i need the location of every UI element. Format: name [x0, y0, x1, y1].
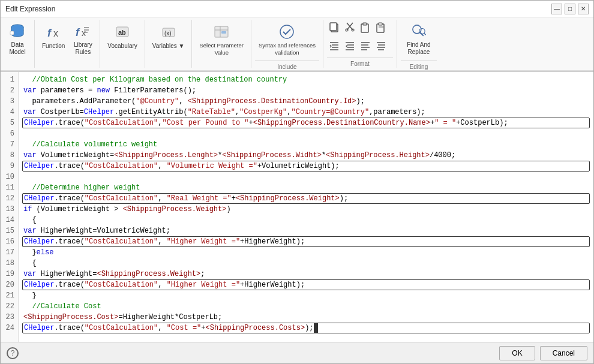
code-line [23, 128, 589, 139]
svg-text:x: x [53, 28, 58, 38]
include-group-label: Include [277, 62, 296, 71]
code-line: CHelper.trace("CostCalculation", "Cost =… [22, 323, 590, 333]
line-numbers: 123456789101112131415161718192021222324 [1, 72, 19, 342]
window-controls: — □ ✕ [551, 4, 589, 14]
editing-group-label: Editing [410, 62, 428, 71]
align-icon [359, 40, 371, 52]
syntax-icon [277, 22, 296, 41]
find-replace-button[interactable]: Find AndReplace [401, 20, 437, 58]
function-label: Function [42, 43, 65, 50]
cut-icon [344, 21, 356, 33]
align2-icon [375, 40, 387, 52]
bottom-buttons: OK Cancel [499, 346, 587, 360]
variables-label: Variables ▼ [152, 43, 185, 50]
select-parameter-label: Select ParameterValue [199, 42, 243, 56]
code-line: //Obtain Cost per Kilogram based on the … [23, 74, 589, 85]
title-bar: Edit Expression — □ ✕ [1, 1, 593, 17]
svg-point-17 [280, 25, 293, 38]
code-line: var CostperLb=CHelper.getEntityAttrib("R… [23, 107, 589, 118]
syntax-label: Syntax and referencesvalidation [259, 42, 316, 56]
toolbar-group-data-model: DataModel [1, 20, 35, 68]
code-line: parameters.AddParameter("@Country", <Shi… [23, 96, 589, 107]
svg-text:ab: ab [118, 29, 126, 36]
paste-button[interactable] [358, 20, 373, 37]
code-line: { [23, 215, 589, 225]
outdent-icon [344, 40, 356, 52]
editor-area: 123456789101112131415161718192021222324 … [1, 71, 593, 342]
svg-text:f: f [47, 27, 52, 39]
library-rules-icon: f x [73, 22, 92, 40]
code-line: CHelper.trace("CostCalculation", "Higher… [22, 236, 590, 247]
copy-icon [328, 21, 340, 33]
toolbar-group-function: f x Function f x [35, 20, 100, 68]
indent-icon [328, 40, 340, 52]
toolbar-group-format: Format [323, 20, 397, 68]
code-line [23, 172, 589, 182]
code-line: var parameters = new FilterParameters(); [23, 85, 589, 96]
outdent-button[interactable] [343, 38, 357, 55]
data-model-button[interactable]: DataModel [4, 20, 31, 58]
variables-button[interactable]: (x) Variables ▼ [149, 20, 188, 58]
vocabulary-button[interactable]: ab Vocabulary [104, 20, 140, 58]
vocabulary-label: Vocabulary [107, 43, 137, 50]
align-button[interactable] [358, 38, 373, 55]
maximize-button[interactable]: □ [565, 4, 575, 14]
svg-rect-27 [379, 23, 382, 25]
paste2-icon [375, 21, 387, 33]
database-icon [8, 22, 27, 40]
svg-rect-19 [330, 23, 337, 31]
close-button[interactable]: ✕ [578, 4, 589, 14]
find-replace-icon [407, 22, 431, 40]
ok-button[interactable]: OK [499, 346, 535, 360]
variables-icon: (x) [159, 22, 178, 41]
fx-icon: f x [44, 22, 63, 41]
code-line: CHelper.trace("CostCalculation", "Volume… [22, 161, 590, 172]
bottom-bar: ? OK Cancel [1, 342, 593, 363]
find-replace-label: Find AndReplace [407, 41, 430, 56]
copy-button[interactable] [327, 20, 341, 37]
select-parameter-button[interactable]: Select ParameterValue [196, 20, 247, 58]
code-editor[interactable]: //Obtain Cost per Kilogram based on the … [19, 72, 593, 342]
svg-rect-1 [10, 31, 14, 35]
cancel-button[interactable]: Cancel [540, 346, 587, 360]
code-line: //Determine higher weight [23, 182, 589, 193]
code-line: var VolumetricWeight=<ShippingProcess.Le… [23, 150, 589, 161]
code-line: CHelper.trace("CostCalculation", "Higher… [22, 279, 590, 290]
toolbar-group-syntax: Syntax and referencesvalidation Include [251, 20, 323, 68]
svg-line-48 [424, 33, 425, 35]
select-parameter-icon [212, 22, 231, 41]
minimize-button[interactable]: — [551, 4, 562, 14]
code-line: }else [23, 247, 589, 258]
code-line: CHelper.trace("CostCalculation","Cost pe… [22, 118, 590, 128]
paste-icon [359, 21, 371, 33]
code-line: { [23, 258, 589, 269]
cut-button[interactable] [343, 20, 357, 37]
function-button[interactable]: f x Function [38, 20, 68, 58]
code-line: } [23, 290, 589, 301]
window-title: Edit Expression [5, 5, 55, 13]
paste2-button[interactable] [374, 20, 388, 37]
data-model-label: DataModel [9, 41, 25, 56]
vocabulary-icon: ab [113, 22, 132, 41]
svg-text:f: f [76, 26, 80, 38]
svg-rect-16 [221, 31, 226, 34]
toolbar: DataModel f x Function [1, 17, 593, 71]
code-line: if (VolumetricWeight > <ShippingProcess.… [23, 204, 589, 215]
svg-rect-25 [363, 23, 367, 25]
indent-button[interactable] [327, 38, 341, 55]
code-line: CHelper.trace("CostCalculation", "Real W… [22, 193, 590, 204]
toolbar-group-vocabulary: ab Vocabulary [100, 20, 145, 68]
svg-text:(x): (x) [164, 30, 172, 37]
help-button[interactable]: ? [7, 347, 19, 359]
toolbar-group-variables: (x) Variables ▼ [145, 20, 193, 68]
align2-button[interactable] [374, 38, 388, 55]
toolbar-group-select: Select ParameterValue [192, 20, 251, 68]
syntax-validation-button[interactable]: Syntax and referencesvalidation [255, 20, 319, 58]
main-window: Edit Expression — □ ✕ [0, 0, 594, 364]
code-line: <ShippingProcess.Cost>=HigherWeight*Cost… [23, 312, 589, 323]
format-group-label: Format [350, 59, 370, 68]
library-rules-label: LibraryRules [74, 41, 92, 56]
library-rules-button[interactable]: f x LibraryRules [70, 20, 96, 58]
code-line: //Calculate volumetric weight [23, 139, 589, 150]
code-line: var HigherWeight=<ShippingProcess.Weight… [23, 269, 589, 279]
